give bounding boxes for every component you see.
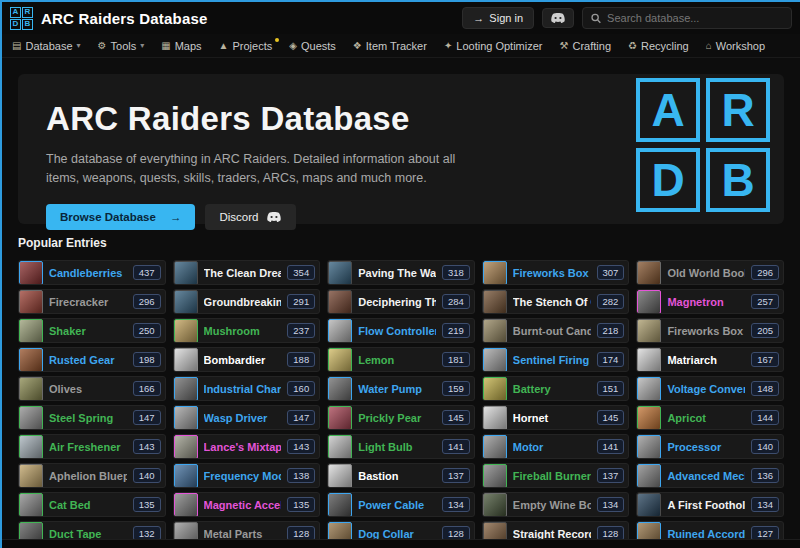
popular-entry-fireworks-box-bl[interactable]: Fireworks Box Bl...205 bbox=[636, 318, 784, 343]
popular-entry-rusted-gear[interactable]: Rusted Gear198 bbox=[18, 347, 166, 372]
nav-item-workshop[interactable]: ⌂Workshop bbox=[706, 40, 765, 52]
popular-entry-olives[interactable]: Olives166 bbox=[18, 376, 166, 401]
nav-item-label: Projects bbox=[233, 40, 273, 52]
popular-entry-the-stench-of-c[interactable]: The Stench Of C...282 bbox=[482, 289, 630, 314]
entry-count-badge: 141 bbox=[442, 439, 470, 454]
nav-item-projects[interactable]: ▲Projects bbox=[219, 40, 273, 52]
nav-item-tools[interactable]: ⚙Tools▾ bbox=[98, 40, 145, 52]
entry-count-badge: 167 bbox=[751, 352, 779, 367]
popular-entry-firecracker[interactable]: Firecracker296 bbox=[18, 289, 166, 314]
entry-label: A First Foothold bbox=[667, 499, 745, 511]
popular-entry-shaker[interactable]: Shaker250 bbox=[18, 318, 166, 343]
item-thumbnail-icon bbox=[483, 377, 507, 401]
browse-database-button[interactable]: Browse Database → bbox=[46, 204, 195, 230]
popular-entry-processor[interactable]: Processor140 bbox=[636, 434, 784, 459]
item-thumbnail-icon bbox=[328, 290, 352, 314]
popular-entry-deciphering-the[interactable]: Deciphering The ...284 bbox=[327, 289, 475, 314]
workshop-icon: ⌂ bbox=[706, 40, 712, 51]
entry-label: Water Pump bbox=[358, 383, 436, 395]
popular-entry-hornet[interactable]: Hornet145 bbox=[482, 405, 630, 430]
item-thumbnail-icon bbox=[483, 493, 507, 517]
popular-entry-voltage-converter[interactable]: Voltage Converter148 bbox=[636, 376, 784, 401]
popular-entry-aphelion-blueprint[interactable]: Aphelion Blueprint140 bbox=[18, 463, 166, 488]
popular-entry-prickly-pear[interactable]: Prickly Pear145 bbox=[327, 405, 475, 430]
popular-entry-old-world-books[interactable]: Old World Books296 bbox=[636, 260, 784, 285]
entry-label: Rusted Gear bbox=[49, 354, 127, 366]
discord-button[interactable]: Discord bbox=[205, 204, 296, 230]
entry-count-badge: 219 bbox=[442, 323, 470, 338]
popular-entry-lance-s-mixtape[interactable]: Lance's Mixtape ...143 bbox=[173, 434, 321, 459]
entry-label: Voltage Converter bbox=[667, 383, 745, 395]
popular-entry-bombardier[interactable]: Bombardier188 bbox=[173, 347, 321, 372]
nav-item-looting-optimizer[interactable]: ✦Looting Optimizer bbox=[444, 40, 543, 52]
popular-entry-candleberries[interactable]: Candleberries437 bbox=[18, 260, 166, 285]
nav-item-crafting[interactable]: ⚒Crafting bbox=[560, 40, 612, 52]
popular-entry-power-cable[interactable]: Power Cable134 bbox=[327, 492, 475, 517]
popular-entry-bastion[interactable]: Bastion137 bbox=[327, 463, 475, 488]
chevron-down-icon: ▾ bbox=[140, 41, 144, 50]
nav-item-quests[interactable]: ◈Quests bbox=[289, 40, 336, 52]
popular-entry-lemon[interactable]: Lemon181 bbox=[327, 347, 475, 372]
popular-entry-water-pump[interactable]: Water Pump159 bbox=[327, 376, 475, 401]
popular-entry-empty-wine-bottle[interactable]: Empty Wine Bottle134 bbox=[482, 492, 630, 517]
popular-entry-magnetic-acceler[interactable]: Magnetic Acceler...135 bbox=[173, 492, 321, 517]
popular-entry-mushroom[interactable]: Mushroom237 bbox=[173, 318, 321, 343]
popular-entry-cat-bed[interactable]: Cat Bed135 bbox=[18, 492, 166, 517]
popular-entry-battery[interactable]: Battery151 bbox=[482, 376, 630, 401]
nav-item-database[interactable]: ▤Database▾ bbox=[12, 40, 81, 52]
entry-count-badge: 145 bbox=[597, 410, 625, 425]
item-thumbnail-icon bbox=[19, 348, 43, 372]
popular-entry-advanced-mecha[interactable]: Advanced Mecha...136 bbox=[636, 463, 784, 488]
popular-entry-a-first-foothold[interactable]: A First Foothold134 bbox=[636, 492, 784, 517]
nav-item-label: Maps bbox=[175, 40, 202, 52]
popular-entries-heading: Popular Entries bbox=[18, 236, 784, 250]
entry-count-badge: 137 bbox=[597, 468, 625, 483]
nav-item-item-tracker[interactable]: ❖Item Tracker bbox=[353, 40, 427, 52]
item-thumbnail-icon bbox=[19, 261, 43, 285]
entry-label: Steel Spring bbox=[49, 412, 127, 424]
entry-count-badge: 205 bbox=[751, 323, 779, 338]
search-input[interactable] bbox=[607, 12, 783, 24]
popular-entry-apricot[interactable]: Apricot144 bbox=[636, 405, 784, 430]
popular-entry-motor[interactable]: Motor141 bbox=[482, 434, 630, 459]
entry-label: Candleberries bbox=[49, 267, 127, 279]
popular-entry-wasp-driver[interactable]: Wasp Driver147 bbox=[173, 405, 321, 430]
popular-entry-matriarch[interactable]: Matriarch167 bbox=[636, 347, 784, 372]
popular-entry-sentinel-firing-c[interactable]: Sentinel Firing C...174 bbox=[482, 347, 630, 372]
popular-entry-burnt-out-candles[interactable]: Burnt-out Candles218 bbox=[482, 318, 630, 343]
item-thumbnail-icon bbox=[483, 464, 507, 488]
entry-label: Ruined Accordion bbox=[667, 528, 745, 540]
entry-count-badge: 257 bbox=[751, 294, 779, 309]
entry-label: Lemon bbox=[358, 354, 436, 366]
ardb-logo-large: ARDB bbox=[636, 78, 770, 212]
popular-entry-air-freshener[interactable]: Air Freshener143 bbox=[18, 434, 166, 459]
popular-entry-magnetron[interactable]: Magnetron257 bbox=[636, 289, 784, 314]
ardb-logo-small[interactable]: ARDB bbox=[10, 7, 33, 30]
nav-item-maps[interactable]: ▦Maps bbox=[161, 40, 201, 52]
nav-item-recycling[interactable]: ♻Recycling bbox=[628, 40, 689, 52]
popular-entry-fireworks-box[interactable]: Fireworks Box307 bbox=[482, 260, 630, 285]
popular-entry-steel-spring[interactable]: Steel Spring147 bbox=[18, 405, 166, 430]
popular-entry-light-bulb[interactable]: Light Bulb141 bbox=[327, 434, 475, 459]
database-icon: ▤ bbox=[12, 40, 21, 51]
popular-entry-the-clean-dream[interactable]: The Clean Dream354 bbox=[173, 260, 321, 285]
entry-label: Battery bbox=[513, 383, 591, 395]
quests-icon: ◈ bbox=[289, 40, 297, 51]
sign-in-button[interactable]: → Sign in bbox=[462, 7, 534, 29]
popular-entry-fireball-burner[interactable]: Fireball Burner137 bbox=[482, 463, 630, 488]
hero-section: ARC Raiders Database The database of eve… bbox=[18, 74, 784, 224]
popular-entry-groundbreaking[interactable]: Groundbreaking291 bbox=[173, 289, 321, 314]
popular-entry-frequency-modu[interactable]: Frequency Modu...138 bbox=[173, 463, 321, 488]
item-thumbnail-icon bbox=[483, 435, 507, 459]
item-thumbnail-icon bbox=[328, 464, 352, 488]
popular-entry-flow-controller[interactable]: Flow Controller219 bbox=[327, 318, 475, 343]
entry-count-badge: 237 bbox=[287, 323, 315, 338]
discord-icon-button[interactable] bbox=[542, 8, 574, 28]
entry-count-badge: 135 bbox=[133, 497, 161, 512]
entry-count-badge: 284 bbox=[442, 294, 470, 309]
entry-label: Cat Bed bbox=[49, 499, 127, 511]
popular-entry-industrial-charger[interactable]: Industrial Charger160 bbox=[173, 376, 321, 401]
entry-label: Magnetic Acceler... bbox=[204, 499, 282, 511]
entry-label: Paving The Way bbox=[358, 267, 436, 279]
popular-entry-paving-the-way[interactable]: Paving The Way318 bbox=[327, 260, 475, 285]
